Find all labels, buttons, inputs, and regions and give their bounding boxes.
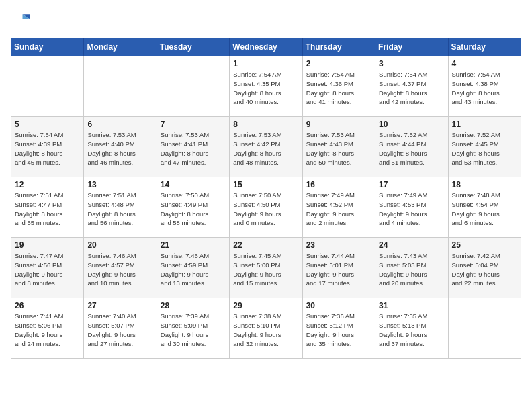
day-number: 1 [233, 59, 298, 68]
calendar-cell: 1Sunrise: 7:54 AM Sunset: 4:35 PM Daylig… [230, 56, 302, 117]
day-number: 21 [161, 240, 226, 250]
calendar-cell: 2Sunrise: 7:54 AM Sunset: 4:36 PM Daylig… [302, 56, 375, 117]
day-info: Sunrise: 7:47 AM Sunset: 4:56 PM Dayligh… [15, 251, 80, 288]
svg-rect-0 [11, 11, 30, 30]
calendar-cell: 4Sunrise: 7:54 AM Sunset: 4:38 PM Daylig… [448, 56, 521, 117]
calendar-cell: 5Sunrise: 7:54 AM Sunset: 4:39 PM Daylig… [11, 117, 84, 177]
day-number: 11 [452, 120, 517, 129]
day-info: Sunrise: 7:54 AM Sunset: 4:35 PM Dayligh… [233, 70, 298, 107]
day-info: Sunrise: 7:50 AM Sunset: 4:49 PM Dayligh… [161, 191, 226, 228]
calendar-cell: 18Sunrise: 7:48 AM Sunset: 4:54 PM Dayli… [448, 177, 521, 238]
day-info: Sunrise: 7:49 AM Sunset: 4:53 PM Dayligh… [379, 191, 444, 228]
calendar-cell: 31Sunrise: 7:35 AM Sunset: 5:13 PM Dayli… [375, 298, 448, 359]
day-info: Sunrise: 7:53 AM Sunset: 4:43 PM Dayligh… [306, 130, 371, 167]
day-number: 19 [15, 240, 80, 250]
day-info: Sunrise: 7:42 AM Sunset: 5:04 PM Dayligh… [452, 251, 517, 288]
day-number: 26 [15, 301, 80, 310]
day-number: 6 [87, 120, 152, 129]
day-number: 16 [306, 180, 371, 189]
day-number: 4 [452, 59, 517, 68]
day-info: Sunrise: 7:53 AM Sunset: 4:40 PM Dayligh… [87, 130, 152, 167]
calendar-week-row: 1Sunrise: 7:54 AM Sunset: 4:35 PM Daylig… [11, 56, 521, 117]
calendar-week-row: 19Sunrise: 7:47 AM Sunset: 4:56 PM Dayli… [11, 238, 521, 298]
day-info: Sunrise: 7:54 AM Sunset: 4:38 PM Dayligh… [452, 70, 517, 107]
calendar-cell: 24Sunrise: 7:43 AM Sunset: 5:03 PM Dayli… [375, 238, 448, 298]
calendar-cell: 23Sunrise: 7:44 AM Sunset: 5:01 PM Dayli… [302, 238, 375, 298]
calendar-cell: 13Sunrise: 7:51 AM Sunset: 4:48 PM Dayli… [84, 177, 157, 238]
calendar-week-row: 26Sunrise: 7:41 AM Sunset: 5:06 PM Dayli… [11, 298, 521, 359]
day-number: 25 [452, 240, 517, 250]
weekday-header: Friday [375, 38, 448, 56]
day-number: 22 [233, 240, 298, 250]
calendar-week-row: 12Sunrise: 7:51 AM Sunset: 4:47 PM Dayli… [11, 177, 521, 238]
day-number: 20 [87, 240, 152, 250]
calendar-cell: 16Sunrise: 7:49 AM Sunset: 4:52 PM Dayli… [302, 177, 375, 238]
header-row: SundayMondayTuesdayWednesdayThursdayFrid… [11, 38, 521, 56]
day-info: Sunrise: 7:54 AM Sunset: 4:39 PM Dayligh… [15, 130, 80, 167]
day-number: 29 [233, 301, 298, 310]
day-number: 13 [87, 180, 152, 189]
calendar-cell: 21Sunrise: 7:46 AM Sunset: 4:59 PM Dayli… [157, 238, 229, 298]
weekday-header: Saturday [448, 38, 521, 56]
calendar-cell: 19Sunrise: 7:47 AM Sunset: 4:56 PM Dayli… [11, 238, 84, 298]
weekday-header: Tuesday [157, 38, 229, 56]
day-number: 3 [379, 59, 444, 68]
day-number: 31 [379, 301, 444, 310]
day-number: 7 [161, 120, 226, 129]
day-info: Sunrise: 7:49 AM Sunset: 4:52 PM Dayligh… [306, 191, 371, 228]
day-number: 8 [233, 120, 298, 129]
calendar-cell: 26Sunrise: 7:41 AM Sunset: 5:06 PM Dayli… [11, 298, 84, 359]
day-info: Sunrise: 7:46 AM Sunset: 4:57 PM Dayligh… [87, 251, 152, 288]
calendar-cell: 7Sunrise: 7:53 AM Sunset: 4:41 PM Daylig… [157, 117, 229, 177]
day-info: Sunrise: 7:54 AM Sunset: 4:36 PM Dayligh… [306, 70, 371, 107]
day-info: Sunrise: 7:38 AM Sunset: 5:10 PM Dayligh… [233, 312, 298, 349]
day-number: 2 [306, 59, 371, 68]
day-number: 30 [306, 301, 371, 310]
day-info: Sunrise: 7:53 AM Sunset: 4:41 PM Dayligh… [161, 130, 226, 167]
calendar-cell: 11Sunrise: 7:52 AM Sunset: 4:45 PM Dayli… [448, 117, 521, 177]
calendar-cell: 15Sunrise: 7:50 AM Sunset: 4:50 PM Dayli… [230, 177, 302, 238]
day-number: 17 [379, 180, 444, 189]
logo [11, 11, 32, 30]
calendar-cell: 30Sunrise: 7:36 AM Sunset: 5:12 PM Dayli… [302, 298, 375, 359]
calendar-cell: 14Sunrise: 7:50 AM Sunset: 4:49 PM Dayli… [157, 177, 229, 238]
logo-icon [11, 11, 30, 30]
calendar-cell: 27Sunrise: 7:40 AM Sunset: 5:07 PM Dayli… [84, 298, 157, 359]
day-info: Sunrise: 7:40 AM Sunset: 5:07 PM Dayligh… [87, 312, 152, 349]
calendar-cell [448, 298, 521, 359]
calendar-header: SundayMondayTuesdayWednesdayThursdayFrid… [11, 38, 521, 56]
day-number: 12 [15, 180, 80, 189]
day-info: Sunrise: 7:54 AM Sunset: 4:37 PM Dayligh… [379, 70, 444, 107]
calendar-cell: 9Sunrise: 7:53 AM Sunset: 4:43 PM Daylig… [302, 117, 375, 177]
calendar-cell: 10Sunrise: 7:52 AM Sunset: 4:44 PM Dayli… [375, 117, 448, 177]
day-info: Sunrise: 7:51 AM Sunset: 4:47 PM Dayligh… [15, 191, 80, 228]
calendar-cell [157, 56, 229, 117]
calendar-cell: 25Sunrise: 7:42 AM Sunset: 5:04 PM Dayli… [448, 238, 521, 298]
weekday-header: Sunday [11, 38, 84, 56]
day-number: 14 [161, 180, 226, 189]
day-number: 5 [15, 120, 80, 129]
day-info: Sunrise: 7:35 AM Sunset: 5:13 PM Dayligh… [379, 312, 444, 349]
day-info: Sunrise: 7:46 AM Sunset: 4:59 PM Dayligh… [161, 251, 226, 288]
day-number: 27 [87, 301, 152, 310]
day-info: Sunrise: 7:52 AM Sunset: 4:45 PM Dayligh… [452, 130, 517, 167]
day-number: 24 [379, 240, 444, 250]
calendar-cell: 8Sunrise: 7:53 AM Sunset: 4:42 PM Daylig… [230, 117, 302, 177]
calendar-cell: 12Sunrise: 7:51 AM Sunset: 4:47 PM Dayli… [11, 177, 84, 238]
weekday-header: Wednesday [230, 38, 302, 56]
day-number: 28 [161, 301, 226, 310]
day-number: 10 [379, 120, 444, 129]
page-header [11, 11, 521, 30]
day-info: Sunrise: 7:45 AM Sunset: 5:00 PM Dayligh… [233, 251, 298, 288]
calendar-body: 1Sunrise: 7:54 AM Sunset: 4:35 PM Daylig… [11, 56, 521, 359]
day-info: Sunrise: 7:39 AM Sunset: 5:09 PM Dayligh… [161, 312, 226, 349]
day-info: Sunrise: 7:48 AM Sunset: 4:54 PM Dayligh… [452, 191, 517, 228]
calendar-cell: 3Sunrise: 7:54 AM Sunset: 4:37 PM Daylig… [375, 56, 448, 117]
calendar-table: SundayMondayTuesdayWednesdayThursdayFrid… [11, 38, 521, 359]
calendar-cell: 22Sunrise: 7:45 AM Sunset: 5:00 PM Dayli… [230, 238, 302, 298]
day-info: Sunrise: 7:44 AM Sunset: 5:01 PM Dayligh… [306, 251, 371, 288]
calendar-cell [11, 56, 84, 117]
day-info: Sunrise: 7:41 AM Sunset: 5:06 PM Dayligh… [15, 312, 80, 349]
day-number: 15 [233, 180, 298, 189]
calendar-cell: 29Sunrise: 7:38 AM Sunset: 5:10 PM Dayli… [230, 298, 302, 359]
